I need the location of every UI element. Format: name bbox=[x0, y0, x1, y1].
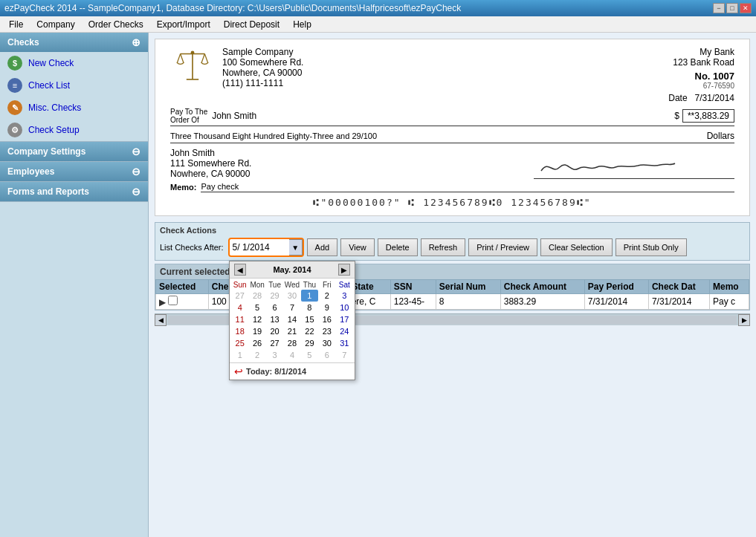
cell-serial-num: 8 bbox=[436, 294, 500, 310]
sidebar-item-check-setup[interactable]: ⚙ Check Setup bbox=[0, 119, 148, 141]
collapse-employees-icon[interactable]: ⊖ bbox=[132, 166, 140, 178]
calendar-day[interactable]: 5 bbox=[248, 302, 265, 313]
collapse-forms-icon[interactable]: ⊖ bbox=[132, 186, 140, 198]
cal-header-tue: Tue bbox=[266, 280, 283, 290]
check-list-link[interactable]: Check List bbox=[28, 80, 70, 91]
calendar-day[interactable]: 1 bbox=[301, 290, 318, 302]
calendar-today-button[interactable]: ↩ Today: 8/1/2014 bbox=[230, 362, 355, 380]
col-check-date: Check Dat bbox=[648, 280, 709, 294]
calendar-day[interactable]: 28 bbox=[248, 290, 265, 302]
misc-checks-link[interactable]: Misc. Checks bbox=[28, 102, 81, 113]
check-header: Sample Company 100 Somewhere Rd. Nowhere… bbox=[170, 47, 734, 103]
sidebar-forms-header[interactable]: Forms and Reports ⊖ bbox=[0, 182, 148, 201]
view-button[interactable]: View bbox=[340, 238, 375, 256]
menu-help[interactable]: Help bbox=[287, 18, 317, 31]
calendar-day[interactable]: 29 bbox=[301, 337, 318, 349]
minimize-button[interactable]: − bbox=[713, 3, 725, 13]
calendar-day[interactable]: 30 bbox=[318, 337, 335, 349]
calendar-day[interactable]: 6 bbox=[266, 302, 283, 313]
calendar-day[interactable]: 13 bbox=[266, 313, 283, 325]
check-list-icon: ≡ bbox=[7, 78, 22, 93]
menu-direct-deposit[interactable]: Direct Deposit bbox=[218, 18, 285, 31]
calendar-day[interactable]: 11 bbox=[231, 313, 248, 325]
calendar-day[interactable]: 28 bbox=[283, 337, 300, 349]
calendar-day[interactable]: 7 bbox=[336, 349, 353, 361]
cell-check-date: 7/31/2014 bbox=[648, 294, 709, 310]
scroll-right-button[interactable]: ▶ bbox=[738, 314, 750, 326]
col-selected: Selected bbox=[156, 280, 209, 294]
calendar-day[interactable]: 21 bbox=[283, 325, 300, 337]
print-stub-only-button[interactable]: Print Stub Only bbox=[616, 238, 687, 256]
collapse-checks-icon[interactable]: ⊕ bbox=[132, 36, 140, 48]
calendar-day[interactable]: 10 bbox=[336, 302, 353, 313]
misc-checks-icon: ✎ bbox=[7, 100, 22, 115]
bank-name: My Bank bbox=[668, 47, 734, 57]
calendar-day[interactable]: 15 bbox=[301, 313, 318, 325]
bank-info: My Bank 123 Bank Road No. 1007 67-76590 … bbox=[668, 47, 734, 103]
menu-order-checks[interactable]: Order Checks bbox=[83, 18, 149, 31]
calendar-day[interactable]: 24 bbox=[336, 325, 353, 337]
col-check-amount: Check Amount bbox=[500, 280, 584, 294]
sidebar-item-new-check[interactable]: $ New Check bbox=[0, 52, 148, 74]
calendar-day[interactable]: 19 bbox=[248, 325, 265, 337]
scroll-left-button[interactable]: ◀ bbox=[155, 314, 167, 326]
menu-export-import[interactable]: Export/Import bbox=[151, 18, 216, 31]
calendar-day[interactable]: 16 bbox=[318, 313, 335, 325]
calendar-day[interactable]: 8 bbox=[301, 302, 318, 313]
clear-selection-button[interactable]: Clear Selection bbox=[540, 238, 613, 256]
maximize-button[interactable]: □ bbox=[726, 3, 738, 13]
memo-label: Memo: bbox=[170, 183, 196, 192]
collapse-company-icon[interactable]: ⊖ bbox=[132, 146, 140, 157]
menu-company[interactable]: Company bbox=[30, 18, 80, 31]
sidebar-checks-header[interactable]: Checks ⊕ bbox=[0, 33, 148, 52]
memo-text: Pay check bbox=[201, 182, 734, 192]
add-button[interactable]: Add bbox=[307, 238, 338, 256]
check-setup-link[interactable]: Check Setup bbox=[28, 125, 80, 135]
calendar-day[interactable]: 26 bbox=[248, 337, 265, 349]
calendar-next-button[interactable]: ▶ bbox=[338, 264, 350, 276]
cell-ssn: 123-45- bbox=[390, 294, 436, 310]
svg-line-4 bbox=[201, 53, 204, 62]
calendar-day[interactable]: 2 bbox=[248, 349, 265, 361]
calendar-day[interactable]: 14 bbox=[283, 313, 300, 325]
calendar-day[interactable]: 29 bbox=[266, 290, 283, 302]
calendar-day[interactable]: 4 bbox=[283, 349, 300, 361]
row-checkbox[interactable] bbox=[168, 296, 178, 305]
date-dropdown-button[interactable]: ▼ bbox=[289, 239, 303, 256]
calendar-day[interactable]: 9 bbox=[318, 302, 335, 313]
calendar-day[interactable]: 3 bbox=[336, 290, 353, 302]
calendar-day[interactable]: 31 bbox=[336, 337, 353, 349]
calendar-prev-button[interactable]: ◀ bbox=[234, 264, 246, 276]
calendar-day[interactable]: 27 bbox=[231, 290, 248, 302]
calendar-day[interactable]: 25 bbox=[231, 337, 248, 349]
calendar-day[interactable]: 18 bbox=[231, 325, 248, 337]
calendar-day[interactable]: 23 bbox=[318, 325, 335, 337]
calendar-day[interactable]: 22 bbox=[301, 325, 318, 337]
calendar-day[interactable]: 5 bbox=[301, 349, 318, 361]
new-check-link[interactable]: New Check bbox=[28, 58, 74, 68]
sidebar-item-misc-checks[interactable]: ✎ Misc. Checks bbox=[0, 97, 148, 119]
sidebar-section-checks: Checks ⊕ $ New Check ≡ Check List ✎ Misc… bbox=[0, 33, 148, 142]
calendar-day[interactable]: 30 bbox=[283, 290, 300, 302]
print-preview-button[interactable]: Print / Preview bbox=[468, 238, 537, 256]
sidebar-item-check-list[interactable]: ≡ Check List bbox=[0, 74, 148, 97]
calendar-popup[interactable]: ◀ May. 2014 ▶ Sun Mon Tue Wed Thu Fri Sa… bbox=[229, 261, 355, 380]
close-button[interactable]: ✕ bbox=[740, 3, 752, 13]
calendar-day[interactable]: 4 bbox=[231, 302, 248, 313]
sidebar-employees-header[interactable]: Employees ⊖ bbox=[0, 162, 148, 181]
calendar-day[interactable]: 1 bbox=[231, 349, 248, 361]
date-input[interactable] bbox=[230, 239, 289, 256]
calendar-day[interactable]: 6 bbox=[318, 349, 335, 361]
menu-file[interactable]: File bbox=[3, 18, 29, 31]
calendar-day[interactable]: 27 bbox=[266, 337, 283, 349]
calendar-day[interactable]: 2 bbox=[318, 290, 335, 302]
cell-pay-period: 7/31/2014 bbox=[584, 294, 648, 310]
calendar-day[interactable]: 7 bbox=[283, 302, 300, 313]
calendar-day[interactable]: 12 bbox=[248, 313, 265, 325]
calendar-day[interactable]: 20 bbox=[266, 325, 283, 337]
refresh-button[interactable]: Refresh bbox=[421, 238, 466, 256]
calendar-day[interactable]: 17 bbox=[336, 313, 353, 325]
sidebar-company-header[interactable]: Company Settings ⊖ bbox=[0, 142, 148, 161]
delete-button[interactable]: Delete bbox=[378, 238, 418, 256]
calendar-day[interactable]: 3 bbox=[266, 349, 283, 361]
